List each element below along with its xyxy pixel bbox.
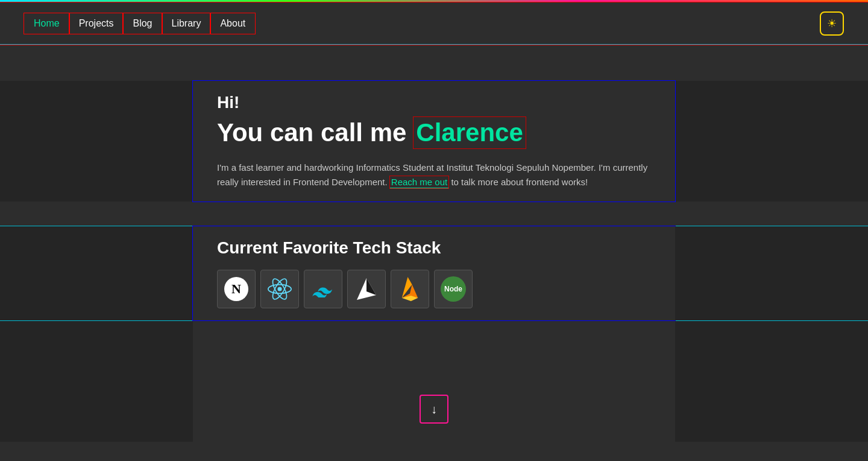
name-highlight: Clarence bbox=[414, 117, 525, 148]
bottom-section: ↓ bbox=[0, 321, 868, 442]
firebase-icon bbox=[399, 277, 421, 301]
reach-me-out-link[interactable]: Reach me out bbox=[390, 176, 448, 188]
name-prefix: You can call me bbox=[217, 118, 406, 147]
hero-left-panel bbox=[0, 81, 193, 202]
tech-icon-firebase[interactable] bbox=[391, 270, 429, 308]
bottom-left-panel bbox=[0, 321, 193, 442]
hero-section: Hi! You can call me Clarence I'm a fast … bbox=[0, 45, 868, 226]
bio-text: I'm a fast learner and hardworking Infor… bbox=[217, 161, 651, 189]
nextjs-logo: N bbox=[224, 277, 248, 301]
tech-icon-prisma[interactable] bbox=[347, 270, 386, 308]
prisma-icon bbox=[356, 277, 377, 301]
theme-toggle-button[interactable]: ☀ bbox=[820, 11, 844, 36]
tech-section-right-panel bbox=[675, 226, 868, 320]
bottom-right-panel bbox=[675, 321, 868, 442]
tech-icons-list: N bbox=[217, 270, 651, 308]
tech-icon-react[interactable] bbox=[260, 270, 299, 308]
tailwind-icon bbox=[311, 281, 335, 297]
main-content: Hi! You can call me Clarence I'm a fast … bbox=[0, 45, 868, 442]
nav-links: Home Projects Blog Library About bbox=[24, 13, 255, 34]
tech-section: Current Favorite Tech Stack N bbox=[193, 226, 675, 320]
svg-point-0 bbox=[277, 287, 281, 291]
tech-section-wrapper: Current Favorite Tech Stack N bbox=[0, 226, 868, 321]
navbar: Home Projects Blog Library About ☀ bbox=[0, 2, 868, 45]
name-line: You can call me Clarence bbox=[217, 117, 651, 148]
nav-home[interactable]: Home bbox=[24, 13, 69, 34]
nav-projects[interactable]: Projects bbox=[69, 13, 124, 34]
tech-icon-nodejs[interactable]: Node bbox=[434, 270, 473, 308]
nodejs-logo: Node bbox=[441, 276, 466, 302]
bio-after: to talk more about frontend works! bbox=[451, 177, 588, 187]
nav-library[interactable]: Library bbox=[162, 13, 211, 34]
hero-right-panel bbox=[675, 81, 868, 202]
tech-section-left-panel bbox=[0, 226, 193, 320]
tech-icon-tailwind[interactable] bbox=[304, 270, 342, 308]
hero-text-container: Hi! You can call me Clarence I'm a fast … bbox=[193, 81, 675, 202]
greeting-text: Hi! bbox=[217, 93, 651, 112]
nav-about[interactable]: About bbox=[210, 13, 255, 34]
nav-blog[interactable]: Blog bbox=[123, 13, 162, 34]
download-button[interactable]: ↓ bbox=[420, 395, 448, 424]
tech-stack-title: Current Favorite Tech Stack bbox=[217, 238, 651, 258]
react-icon bbox=[268, 277, 292, 301]
tech-icon-nextjs[interactable]: N bbox=[217, 270, 256, 308]
bottom-center: ↓ bbox=[193, 321, 675, 442]
